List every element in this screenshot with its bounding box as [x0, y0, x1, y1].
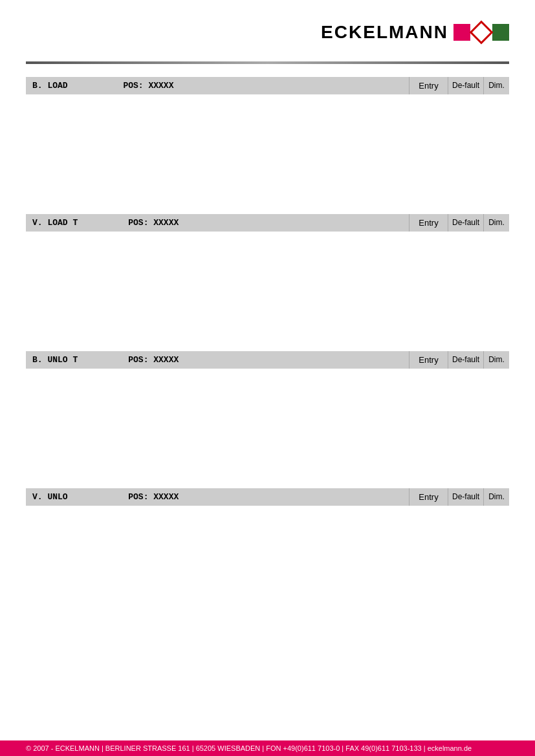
section-entry-b-load: Entry: [409, 77, 448, 94]
section-default-v-unlo: De-fault: [448, 488, 483, 506]
section-label-b-load: B. LOAD POS: XXXXX: [26, 77, 409, 94]
section-b-load: B. LOAD POS: XXXXX Entry De-fault Dim.: [26, 77, 509, 201]
section-v-unlo: V. UNLO POS: XXXXX Entry De-fault Dim.: [26, 488, 509, 648]
section-default-v-load-t: De-fault: [448, 214, 483, 232]
section-entry-v-unlo: Entry: [409, 488, 448, 506]
main-content: B. LOAD POS: XXXXX Entry De-fault Dim. V…: [0, 64, 535, 701]
section-label-v-unlo: V. UNLO POS: XXXXX: [26, 488, 409, 506]
logo-pink-square: [453, 24, 470, 41]
section-content-b-unlo-t: [26, 369, 509, 475]
section-label-v-load-t: V. LOAD T POS: XXXXX: [26, 214, 409, 232]
spacer: [0, 701, 535, 741]
footer-text: © 2007 - ECKELMANN | BERLINER STRASSE 16…: [26, 744, 472, 752]
logo-diamond-container: [473, 24, 490, 41]
section-content-v-load-t: [26, 232, 509, 338]
section-label-b-unlo-t: B. UNLO T POS: XXXXX: [26, 351, 409, 369]
section-default-b-load: De-fault: [448, 77, 483, 94]
footer: © 2007 - ECKELMANN | BERLINER STRASSE 16…: [0, 740, 535, 756]
section-row-b-unlo-t: B. UNLO T POS: XXXXX Entry De-fault Dim.: [26, 351, 509, 369]
logo-green-square: [492, 24, 509, 41]
section-default-b-unlo-t: De-fault: [448, 351, 483, 369]
section-entry-v-load-t: Entry: [409, 214, 448, 232]
logo-red-diamond: [470, 21, 494, 45]
section-row-v-unlo: V. UNLO POS: XXXXX Entry De-fault Dim.: [26, 488, 509, 506]
page-wrapper: ECKELMANN B. LOAD POS: XXXXX Entr: [0, 0, 535, 756]
section-row-b-load: B. LOAD POS: XXXXX Entry De-fault Dim.: [26, 77, 509, 94]
logo-squares: [453, 24, 509, 41]
section-dim-b-unlo-t: Dim.: [483, 351, 509, 369]
header: ECKELMANN: [0, 0, 535, 61]
section-entry-b-unlo-t: Entry: [409, 351, 448, 369]
section-dim-v-unlo: Dim.: [483, 488, 509, 506]
section-dim-v-load-t: Dim.: [483, 214, 509, 232]
section-content-b-load: [26, 94, 509, 201]
section-b-unlo-t: B. UNLO T POS: XXXXX Entry De-fault Dim.: [26, 351, 509, 475]
logo-container: ECKELMANN: [321, 22, 509, 43]
section-content-v-unlo: [26, 506, 509, 648]
logo-text: ECKELMANN: [321, 22, 448, 43]
section-row-v-load-t: V. LOAD T POS: XXXXX Entry De-fault Dim.: [26, 214, 509, 232]
section-v-load-t: V. LOAD T POS: XXXXX Entry De-fault Dim.: [26, 214, 509, 338]
section-dim-b-load: Dim.: [483, 77, 509, 94]
